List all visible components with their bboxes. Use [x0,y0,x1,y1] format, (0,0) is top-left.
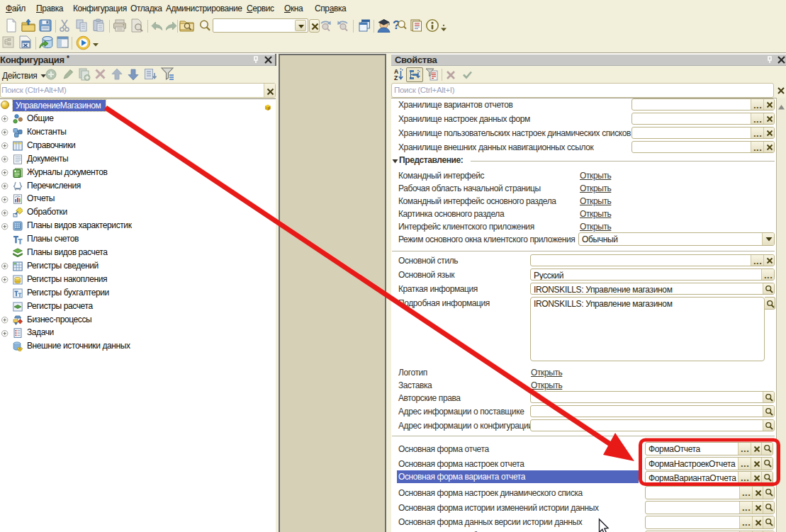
svg-text:Z: Z [394,74,398,81]
